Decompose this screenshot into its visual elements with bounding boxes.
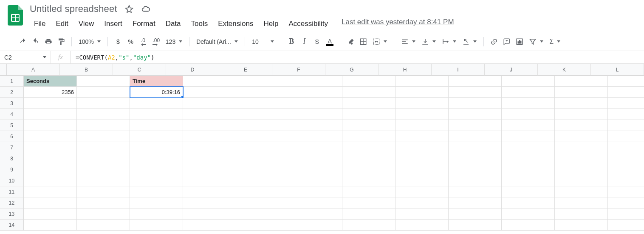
cell-L9[interactable] <box>608 164 644 175</box>
cell-E8[interactable] <box>236 153 289 164</box>
cell-C1[interactable]: Time <box>130 76 183 87</box>
cell-G11[interactable] <box>342 186 395 197</box>
cell-F4[interactable] <box>289 109 342 120</box>
cell-I14[interactable] <box>449 220 502 231</box>
horizontal-align-dropdown[interactable] <box>398 36 418 48</box>
cell-L12[interactable] <box>608 197 644 208</box>
cell-G10[interactable] <box>342 175 395 186</box>
cell-F11[interactable] <box>289 186 342 197</box>
cell-K13[interactable] <box>555 208 608 220</box>
row-header[interactable]: 3 <box>0 98 24 109</box>
cell-K7[interactable] <box>555 142 608 153</box>
cell-J3[interactable] <box>502 98 555 109</box>
cell-A13[interactable] <box>24 208 77 220</box>
col-header[interactable]: D <box>166 64 219 76</box>
italic-button[interactable]: I <box>298 36 310 48</box>
cell-H1[interactable] <box>395 76 449 87</box>
menu-file[interactable]: File <box>30 18 50 30</box>
col-header[interactable]: A <box>7 64 60 76</box>
cell-K14[interactable] <box>555 220 608 231</box>
cell-J12[interactable] <box>502 197 555 208</box>
cell-H13[interactable] <box>395 208 449 220</box>
cell-D2[interactable] <box>183 87 236 98</box>
row-header[interactable]: 13 <box>0 208 24 220</box>
cell-D6[interactable] <box>183 131 236 142</box>
merge-cells-dropdown[interactable] <box>370 36 390 48</box>
col-header[interactable]: K <box>538 64 591 76</box>
cell-I1[interactable] <box>449 76 502 87</box>
cell-G14[interactable] <box>342 220 395 231</box>
cell-D13[interactable] <box>183 208 236 220</box>
cell-C5[interactable] <box>130 120 183 131</box>
text-color-button[interactable]: A <box>324 36 336 48</box>
menu-insert[interactable]: Insert <box>100 18 127 30</box>
cell-B3[interactable] <box>77 98 130 109</box>
cell-C6[interactable] <box>130 131 183 142</box>
font-size-dropdown[interactable]: 10 <box>249 36 277 48</box>
cell-G3[interactable] <box>342 98 395 109</box>
bold-button[interactable]: B <box>285 36 297 48</box>
cell-D14[interactable] <box>183 220 236 231</box>
cell-E10[interactable] <box>236 175 289 186</box>
cell-I10[interactable] <box>449 175 502 186</box>
cell-G8[interactable] <box>342 153 395 164</box>
cell-H5[interactable] <box>395 120 449 131</box>
cell-C13[interactable] <box>130 208 183 220</box>
cell-A4[interactable] <box>24 109 77 120</box>
cell-D3[interactable] <box>183 98 236 109</box>
zoom-dropdown[interactable]: 100% <box>76 36 103 48</box>
cell-H9[interactable] <box>395 164 449 175</box>
cell-L10[interactable] <box>608 175 644 186</box>
cell-K4[interactable] <box>555 109 608 120</box>
cell-B13[interactable] <box>77 208 130 220</box>
cell-H2[interactable] <box>395 87 449 98</box>
cell-B5[interactable] <box>77 120 130 131</box>
col-header[interactable]: J <box>485 64 538 76</box>
cell-H8[interactable] <box>395 153 449 164</box>
cell-D7[interactable] <box>183 142 236 153</box>
row-header[interactable]: 9 <box>0 164 24 175</box>
cell-A12[interactable] <box>24 197 77 208</box>
cell-I5[interactable] <box>449 120 502 131</box>
cell-F5[interactable] <box>289 120 342 131</box>
cell-G6[interactable] <box>342 131 395 142</box>
cell-K6[interactable] <box>555 131 608 142</box>
menu-tools[interactable]: Tools <box>187 18 212 30</box>
cell-B14[interactable] <box>77 220 130 231</box>
cell-C9[interactable] <box>130 164 183 175</box>
row-header[interactable]: 2 <box>0 87 24 98</box>
cell-C7[interactable] <box>130 142 183 153</box>
cell-L14[interactable] <box>608 220 644 231</box>
cell-B6[interactable] <box>77 131 130 142</box>
cell-B7[interactable] <box>77 142 130 153</box>
cloud-saved-icon[interactable] <box>141 4 150 14</box>
col-header[interactable]: E <box>219 64 272 76</box>
cell-H3[interactable] <box>395 98 449 109</box>
cell-H11[interactable] <box>395 186 449 197</box>
cell-B2[interactable] <box>77 87 130 98</box>
increase-decimal-button[interactable]: .00 <box>150 36 162 48</box>
cell-B12[interactable] <box>77 197 130 208</box>
cell-L13[interactable] <box>608 208 644 220</box>
cell-A7[interactable] <box>24 142 77 153</box>
cell-L5[interactable] <box>608 120 644 131</box>
more-formats-dropdown[interactable]: 123 <box>163 36 185 48</box>
cell-H10[interactable] <box>395 175 449 186</box>
cell-J14[interactable] <box>502 220 555 231</box>
cell-H12[interactable] <box>395 197 449 208</box>
name-box[interactable]: C2 <box>0 51 51 63</box>
cell-F14[interactable] <box>289 220 342 231</box>
cell-C3[interactable] <box>130 98 183 109</box>
cell-B11[interactable] <box>77 186 130 197</box>
cell-G12[interactable] <box>342 197 395 208</box>
redo-button[interactable] <box>30 36 42 48</box>
formula-input[interactable]: =CONVERT(A2, "s", "day") <box>71 51 644 63</box>
cell-J9[interactable] <box>502 164 555 175</box>
cell-I12[interactable] <box>449 197 502 208</box>
cell-D8[interactable] <box>183 153 236 164</box>
row-header[interactable]: 4 <box>0 109 24 120</box>
cell-L6[interactable] <box>608 131 644 142</box>
cell-A1[interactable]: Seconds <box>24 76 77 87</box>
cell-C10[interactable] <box>130 175 183 186</box>
cell-H14[interactable] <box>395 220 449 231</box>
